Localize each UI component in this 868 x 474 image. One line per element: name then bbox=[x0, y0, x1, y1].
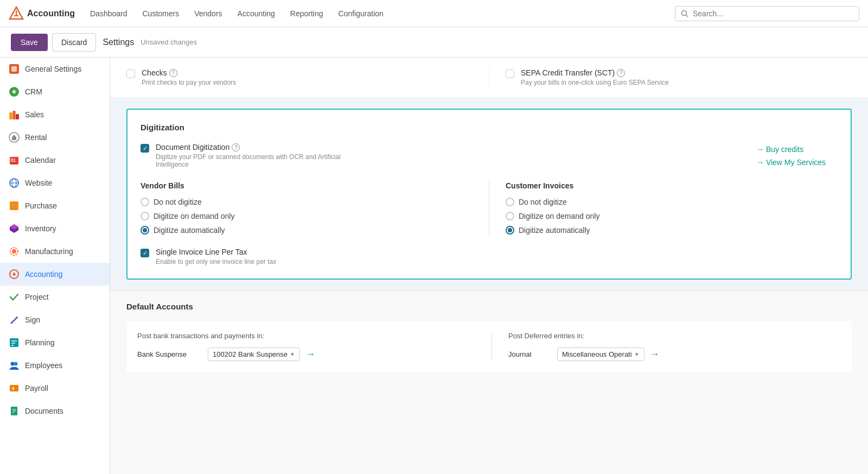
sidebar-item-manufacturing[interactable]: Manufacturing bbox=[0, 240, 110, 263]
project-icon bbox=[9, 292, 20, 302]
sidebar-item-label: Calendar bbox=[25, 156, 56, 165]
accounts-right-title: Post Deferred entries in: bbox=[508, 332, 841, 340]
search-input[interactable] bbox=[693, 9, 853, 18]
vendor-bills-no-digitize[interactable]: Do not digitize bbox=[141, 198, 473, 206]
radio-ci-demand[interactable] bbox=[506, 212, 514, 220]
search-box[interactable] bbox=[675, 6, 859, 21]
accounts-right-col: Post Deferred entries in: Journal Miscel… bbox=[492, 332, 841, 361]
svg-point-3 bbox=[682, 10, 687, 15]
buy-credits-link[interactable]: → Buy credits bbox=[756, 145, 838, 154]
sidebar: General Settings CRM Sales Rental 31 Cal… bbox=[0, 58, 110, 474]
discard-button[interactable]: Discard bbox=[52, 33, 96, 52]
vendor-bills-title: Vendor Bills bbox=[141, 181, 473, 190]
vendor-bills-on-demand[interactable]: Digitize on demand only bbox=[141, 212, 473, 220]
sidebar-item-label: Sales bbox=[25, 110, 44, 119]
svg-line-4 bbox=[686, 15, 688, 17]
sepa-col: SEPA Credit Transfer (SCT) ? Pay your bi… bbox=[489, 68, 852, 86]
journal-arrow[interactable]: → bbox=[650, 349, 660, 360]
checks-help-icon[interactable]: ? bbox=[169, 69, 177, 77]
accounts-row: Post bank transactions and payments in: … bbox=[126, 321, 852, 372]
sidebar-item-documents[interactable]: Documents bbox=[0, 400, 110, 422]
checks-col: Checks ? Print checks to pay your vendor… bbox=[126, 68, 473, 86]
svg-point-27 bbox=[16, 317, 18, 319]
single-invoice-checkbox[interactable]: ✓ bbox=[141, 249, 149, 257]
sales-icon bbox=[9, 109, 20, 120]
radio-label: Digitize automatically bbox=[154, 226, 225, 235]
planning-icon bbox=[9, 337, 20, 348]
svg-rect-10 bbox=[16, 114, 19, 119]
toolbar: Save Discard Settings Unsaved changes bbox=[0, 27, 868, 58]
sidebar-item-label: Project bbox=[25, 293, 49, 301]
search-icon bbox=[681, 10, 688, 17]
content-area: Checks ? Print checks to pay your vendor… bbox=[110, 58, 868, 474]
customer-invoices-auto[interactable]: Digitize automatically bbox=[506, 226, 838, 235]
settings-label: Settings bbox=[103, 37, 134, 47]
sidebar-item-project[interactable]: Project bbox=[0, 286, 110, 308]
digitization-title: Digitization bbox=[141, 123, 838, 132]
nav-item-reporting[interactable]: Reporting bbox=[284, 6, 330, 21]
accounts-left-title: Post bank transactions and payments in: bbox=[137, 332, 470, 340]
sepa-help-icon[interactable]: ? bbox=[617, 69, 625, 77]
sidebar-item-sales[interactable]: Sales bbox=[0, 103, 110, 126]
svg-text:🛒: 🛒 bbox=[11, 203, 18, 210]
radio-vb-auto[interactable] bbox=[141, 226, 149, 235]
employees-icon bbox=[9, 360, 20, 371]
doc-digitization-desc: Digitize your PDF or scanned documents w… bbox=[156, 153, 373, 168]
svg-point-33 bbox=[14, 362, 18, 366]
doc-digitization-checkbox[interactable]: ✓ bbox=[141, 144, 149, 153]
bills-invoices-row: Vendor Bills Do not digitize Digitize on… bbox=[141, 181, 838, 235]
journal-select[interactable]: Miscellaneous Operati ▼ bbox=[557, 347, 644, 361]
nav-item-customers[interactable]: Customers bbox=[136, 6, 186, 21]
sidebar-item-calendar[interactable]: 31 Calendar bbox=[0, 149, 110, 172]
doc-digitization-help-icon[interactable]: ? bbox=[232, 143, 240, 151]
vendor-bills-auto[interactable]: Digitize automatically bbox=[141, 226, 473, 235]
sidebar-item-website[interactable]: Website bbox=[0, 172, 110, 194]
digitization-wrapper: Digitization ✓ Document Digitization ? D… bbox=[110, 98, 868, 290]
sidebar-item-payroll[interactable]: $ Payroll bbox=[0, 377, 110, 400]
doc-digitization-content: Document Digitization ? Digitize your PD… bbox=[156, 143, 373, 168]
sidebar-item-rental[interactable]: Rental bbox=[0, 126, 110, 149]
radio-ci-auto[interactable] bbox=[506, 226, 514, 235]
sidebar-item-general-settings[interactable]: General Settings bbox=[0, 58, 110, 80]
sidebar-item-label: Website bbox=[25, 179, 52, 187]
documents-icon bbox=[9, 406, 20, 416]
nav-item-vendors[interactable]: Vendors bbox=[188, 6, 228, 21]
sidebar-item-label: Inventory bbox=[25, 224, 56, 233]
svg-point-22 bbox=[12, 249, 16, 254]
bank-suspense-arrow[interactable]: → bbox=[305, 349, 315, 360]
sepa-desc: Pay your bills in one-click using Euro S… bbox=[521, 79, 669, 86]
sidebar-item-accounting[interactable]: Accounting bbox=[0, 263, 110, 286]
bank-suspense-label: Bank Suspense bbox=[137, 350, 202, 358]
save-button[interactable]: Save bbox=[11, 34, 48, 51]
top-nav: Accounting Dashboard Customers Vendors A… bbox=[0, 0, 868, 27]
accounting-icon bbox=[9, 269, 20, 280]
digitization-section: Digitization ✓ Document Digitization ? D… bbox=[126, 109, 852, 280]
view-services-link[interactable]: → View My Services bbox=[756, 158, 838, 167]
sidebar-item-crm[interactable]: CRM bbox=[0, 80, 110, 103]
nav-item-dashboard[interactable]: Dashboard bbox=[84, 6, 134, 21]
dropdown-arrow-icon: ▼ bbox=[290, 351, 295, 357]
bank-suspense-select[interactable]: 100202 Bank Suspense ▼ bbox=[208, 347, 300, 361]
nav-item-configuration[interactable]: Configuration bbox=[332, 6, 390, 21]
customer-invoices-col: Customer Invoices Do not digitize Digiti… bbox=[489, 181, 838, 235]
sidebar-item-planning[interactable]: Planning bbox=[0, 331, 110, 354]
sidebar-item-sign[interactable]: Sign bbox=[0, 308, 110, 331]
doc-digitization-links: → Buy credits → View My Services bbox=[756, 143, 838, 168]
radio-vb-no[interactable] bbox=[141, 198, 149, 206]
single-invoice-desc: Enable to get only one invoice line per … bbox=[156, 258, 276, 266]
crm-icon bbox=[9, 86, 20, 97]
sidebar-item-inventory[interactable]: Inventory bbox=[0, 217, 110, 240]
customer-invoices-no-digitize[interactable]: Do not digitize bbox=[506, 198, 838, 206]
radio-label: Digitize on demand only bbox=[519, 212, 599, 220]
sidebar-item-purchase[interactable]: 🛒 Purchase bbox=[0, 194, 110, 217]
nav-item-accounting[interactable]: Accounting bbox=[231, 6, 282, 21]
customer-invoices-on-demand[interactable]: Digitize on demand only bbox=[506, 212, 838, 220]
customer-invoices-options: Do not digitize Digitize on demand only bbox=[506, 198, 838, 235]
radio-ci-no[interactable] bbox=[506, 198, 514, 206]
sidebar-item-label: Sign bbox=[25, 315, 40, 324]
radio-vb-demand[interactable] bbox=[141, 212, 149, 220]
checks-checkbox[interactable] bbox=[126, 69, 135, 78]
app-logo[interactable]: Accounting bbox=[9, 6, 75, 21]
sepa-checkbox[interactable] bbox=[506, 69, 514, 78]
sidebar-item-employees[interactable]: Employees bbox=[0, 354, 110, 377]
